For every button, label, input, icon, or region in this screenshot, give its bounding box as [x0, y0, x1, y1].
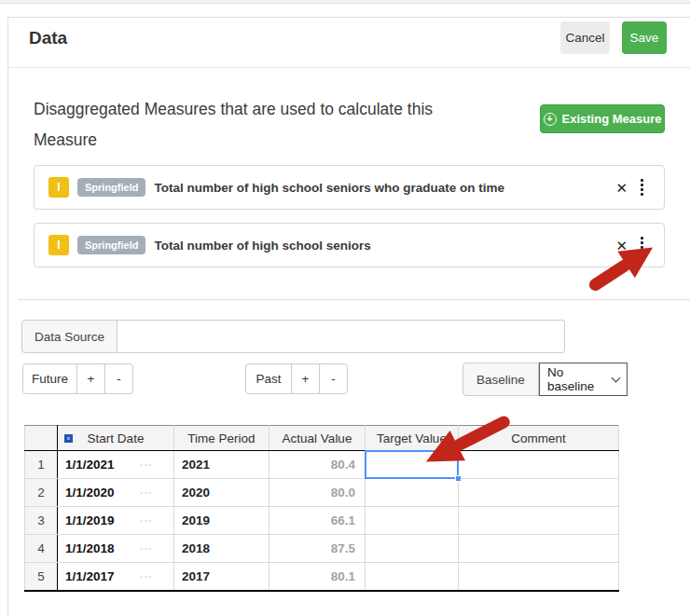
cell-actual-value[interactable]: 80.1: [269, 563, 366, 591]
cell-target-value[interactable]: [366, 535, 459, 563]
table-row: 3 1/1/2019··· 2019 66.1: [25, 507, 619, 535]
cell-target-value[interactable]: [366, 451, 459, 479]
cell-comment[interactable]: [459, 535, 619, 563]
cell-target-value[interactable]: [366, 479, 459, 507]
remove-measure-icon[interactable]: ✕: [615, 239, 628, 253]
future-minus-button[interactable]: -: [104, 363, 133, 394]
data-grid: Start Date Time Period Actual Value Targ…: [24, 425, 619, 592]
data-table: Start Date Time Period Actual Value Targ…: [24, 425, 619, 592]
future-label: Future: [22, 363, 77, 394]
cell-time-period[interactable]: 2018: [174, 535, 269, 563]
data-panel: Data Cancel Save Disaggregated Measures …: [7, 17, 690, 616]
more-options-icon[interactable]: [639, 235, 645, 255]
data-source-input[interactable]: [117, 320, 565, 353]
column-header-comment[interactable]: Comment: [459, 426, 619, 451]
column-header-actual-value[interactable]: Actual Value: [269, 426, 366, 451]
header-divider: [8, 67, 690, 68]
future-controls: Future + -: [22, 363, 133, 394]
cell-comment[interactable]: [459, 563, 619, 591]
cell-comment[interactable]: [459, 479, 619, 507]
cell-time-period[interactable]: 2020: [174, 479, 269, 507]
past-label: Past: [245, 363, 292, 394]
add-existing-measure-label: Existing Measure: [562, 112, 662, 126]
date-more-icon: ···: [140, 543, 153, 554]
cell-actual-value[interactable]: 80.4: [269, 451, 366, 479]
future-plus-button[interactable]: +: [76, 363, 105, 394]
cell-start-date[interactable]: 1/1/2018···: [58, 535, 174, 563]
cell-actual-value[interactable]: 80.0: [269, 479, 366, 507]
past-plus-button[interactable]: +: [291, 363, 320, 394]
date-more-icon: ···: [140, 459, 153, 471]
past-controls: Past + -: [245, 363, 348, 394]
top-strip: [0, 0, 690, 4]
column-header-target-value[interactable]: Target Value: [366, 426, 459, 451]
column-pin-icon: [64, 434, 73, 443]
table-row: 2 1/1/2020··· 2020 80.0: [25, 479, 619, 507]
row-number[interactable]: 4: [25, 535, 58, 563]
row-number[interactable]: 1: [25, 451, 58, 479]
cell-start-date[interactable]: 1/1/2017···: [58, 563, 174, 591]
data-source-label: Data Source: [21, 320, 117, 353]
cell-actual-value[interactable]: 66.1: [269, 507, 366, 535]
baseline-controls: Baseline No baseline: [462, 363, 628, 396]
save-button[interactable]: Save: [622, 21, 667, 54]
cell-comment[interactable]: [459, 451, 619, 479]
cell-start-date[interactable]: 1/1/2020···: [58, 479, 174, 507]
cell-actual-value[interactable]: 87.5: [269, 535, 366, 563]
cancel-button[interactable]: Cancel: [560, 21, 610, 54]
territory-badge: Springfield: [77, 178, 145, 197]
chevron-down-icon: [612, 373, 621, 382]
section-heading: Disaggregated Measures that are used to …: [34, 94, 481, 156]
row-number-header: [25, 426, 58, 451]
baseline-selected-value: No baseline: [547, 365, 606, 393]
table-row: 5 1/1/2017··· 2017 80.1: [25, 563, 619, 591]
row-number[interactable]: 5: [25, 563, 58, 591]
plus-circle-icon: +: [544, 113, 557, 126]
cell-comment[interactable]: [459, 507, 619, 535]
cell-time-period[interactable]: 2019: [174, 507, 269, 535]
section-divider: [18, 299, 690, 300]
date-more-icon: ···: [140, 571, 153, 582]
territory-badge: Springfield: [77, 236, 145, 254]
past-minus-button[interactable]: -: [319, 363, 348, 394]
table-row: 4 1/1/2018··· 2018 87.5: [25, 535, 619, 563]
indicator-badge: I: [48, 177, 69, 198]
data-source-group: Data Source: [21, 320, 565, 353]
cell-start-date[interactable]: 1/1/2021···: [58, 451, 174, 479]
column-header-time-period[interactable]: Time Period: [174, 426, 269, 451]
cell-target-value[interactable]: [366, 507, 459, 535]
cell-time-period[interactable]: 2017: [174, 563, 269, 591]
data-edit-screen: Data Cancel Save Disaggregated Measures …: [0, 0, 690, 616]
baseline-select[interactable]: No baseline: [539, 363, 628, 396]
measure-label: Total number of high school seniors: [154, 239, 370, 253]
column-header-start-date[interactable]: Start Date: [58, 426, 174, 451]
measure-label: Total number of high school seniors who …: [154, 181, 504, 195]
cell-time-period[interactable]: 2021: [174, 451, 269, 479]
cell-start-date[interactable]: 1/1/2019···: [58, 507, 174, 535]
measure-item: I Springfield Total number of high schoo…: [34, 223, 665, 267]
row-number[interactable]: 3: [25, 507, 58, 535]
remove-measure-icon[interactable]: ✕: [615, 181, 628, 195]
row-number[interactable]: 2: [25, 479, 58, 507]
date-more-icon: ···: [140, 487, 153, 499]
header-row: Start Date Time Period Actual Value Targ…: [25, 426, 619, 451]
baseline-label: Baseline: [462, 363, 539, 396]
measure-item: I Springfield Total number of high schoo…: [34, 165, 665, 210]
cell-target-value[interactable]: [366, 563, 459, 591]
date-more-icon: ···: [140, 515, 153, 527]
add-existing-measure-button[interactable]: + Existing Measure: [540, 104, 665, 133]
more-options-icon[interactable]: [639, 177, 645, 198]
page-title: Data: [29, 28, 67, 48]
indicator-badge: I: [48, 235, 69, 255]
table-row: 1 1/1/2021··· 2021 80.4: [25, 451, 619, 479]
